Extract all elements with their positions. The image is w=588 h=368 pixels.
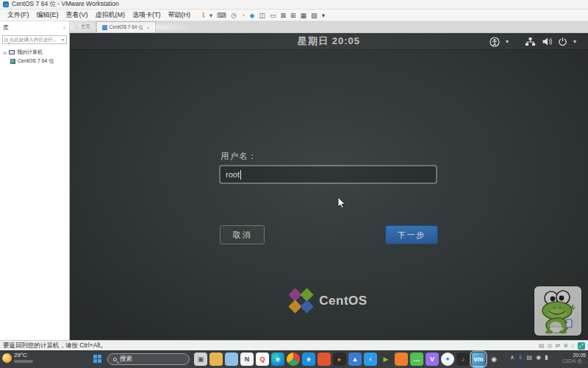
suspend-button-icon[interactable]: ‖: [202, 11, 205, 20]
search-icon: [113, 358, 117, 361]
username-input[interactable]: root: [219, 165, 437, 184]
vm-console-screen[interactable]: 星期日 20:05 ▾: [70, 33, 588, 340]
tree-item-label: 我的计算机: [17, 49, 43, 56]
snapshot-manager-icon[interactable]: ◆: [250, 11, 255, 20]
taskbar-app-browser-blue[interactable]: e: [302, 353, 315, 366]
taskbar-app-recorder[interactable]: ◉: [487, 353, 501, 366]
taskbar-app-qq[interactable]: Q: [256, 353, 269, 366]
vmware-status-bar: 要返回到您的计算机，请按 Ctrl+Alt。 ▤◎⇄⊕♪ ⤢: [0, 340, 588, 350]
weather-widget[interactable]: 29°C: [2, 353, 33, 363]
centos-logo-text: CentOS: [319, 294, 367, 308]
taskbar-app-media-player[interactable]: ▶: [379, 353, 392, 366]
library-panel: 在此处键入内容进行... ▼ ⊟ 我的计算机 CentOS 7 64 位: [0, 33, 70, 340]
capture-screen-icon[interactable]: ▧: [311, 11, 318, 20]
mouse-cursor: [337, 197, 346, 208]
accessibility-icon[interactable]: [490, 37, 500, 47]
vmware-app-icon: ◇: [3, 1, 9, 7]
library-search-placeholder: 在此处键入内容进行...: [10, 37, 60, 43]
menu-view[interactable]: 查看(V): [62, 10, 92, 19]
tray-expand-icon[interactable]: ∧: [510, 354, 514, 361]
take-snapshot-icon[interactable]: ◷: [231, 11, 237, 20]
library-search-box[interactable]: 在此处键入内容进行... ▼: [2, 35, 67, 44]
username-value: root: [226, 170, 240, 179]
taskbar-app-image-viewer[interactable]: ▲: [348, 353, 362, 366]
library-title: 库: [3, 24, 9, 32]
csdn-watermark: CSDN @...: [562, 358, 586, 364]
taskbar-apps: ▣NQe●e▸▲‹▶…V✦♪vm◉: [194, 353, 501, 366]
unity-mode-icon[interactable]: ⊞: [290, 11, 296, 20]
frog-mascot-image: [534, 286, 581, 336]
vm-tab-icon: [102, 25, 107, 30]
suspend-menu-caret-icon[interactable]: ▾: [209, 11, 213, 20]
cd-dvd-icon[interactable]: ◎: [548, 342, 553, 349]
tab-vm-label: CentOS 7 64 位: [110, 24, 143, 31]
taskbar-app-green-chat[interactable]: …: [410, 353, 423, 366]
tray-battery-icon[interactable]: ▮: [545, 354, 548, 361]
library-close-icon[interactable]: ×: [62, 24, 66, 31]
hard-disk-icon[interactable]: ▤: [539, 342, 545, 349]
weather-subtext: [14, 360, 33, 363]
taskbar-app-orange-square[interactable]: [318, 353, 331, 366]
fullscreen-badge-icon[interactable]: ⤢: [578, 342, 585, 350]
usb-device-icon[interactable]: ⊕: [563, 342, 568, 349]
fullscreen-icon[interactable]: ⊠: [281, 11, 287, 20]
window-title: CentOS 7 64 位 - VMware Workstation: [12, 0, 119, 9]
start-button[interactable]: [93, 355, 102, 364]
taskbar-app-terminal[interactable]: ▸: [333, 353, 346, 366]
text-cursor: [240, 170, 242, 180]
show-console-icon[interactable]: ▦: [301, 11, 307, 20]
centos-pinwheel-icon: [290, 290, 312, 312]
power-icon[interactable]: [558, 37, 567, 46]
accessibility-caret-icon[interactable]: ▾: [506, 38, 509, 45]
menu-tab[interactable]: 选项卡(T): [129, 10, 165, 19]
computer-icon: [9, 50, 15, 54]
tab-home[interactable]: ⌂ 主页: [70, 21, 96, 32]
taskbar-app-notepad[interactable]: N: [240, 353, 254, 366]
menu-file[interactable]: 文件(F): [4, 10, 33, 19]
status-message: 要返回到您的计算机，请按 Ctrl+Alt。: [3, 342, 107, 350]
network-icon[interactable]: [525, 37, 536, 46]
taskbar-clock[interactable]: 20:05 CSDN @...: [562, 352, 586, 364]
taskbar-app-vmware-workstation[interactable]: vm: [472, 353, 485, 366]
tab-strip: ⌂ 主页 CentOS 7 64 位 ×: [0, 21, 588, 33]
menu-bar: 文件(F)编辑(E)查看(V)虚拟机(M)选项卡(T)帮助(H) ‖▾⌨◷◔◆◫…: [0, 10, 588, 21]
taskbar-search[interactable]: 搜索: [107, 353, 190, 365]
search-caret-icon: ▼: [61, 38, 65, 42]
taskbar-app-flame[interactable]: [395, 353, 408, 366]
tray-download-icon[interactable]: ⇓: [518, 354, 523, 361]
taskbar-app-edge[interactable]: e: [271, 353, 284, 366]
taskbar-app-v-purple[interactable]: V: [426, 353, 439, 366]
sound-device-icon[interactable]: ♪: [571, 342, 574, 349]
cancel-button[interactable]: 取消: [220, 225, 265, 244]
network-adapter-icon[interactable]: ⇄: [556, 342, 561, 349]
next-button[interactable]: 下一步: [385, 225, 438, 244]
taskbar-app-vscode[interactable]: ‹: [364, 353, 377, 366]
taskbar-app-chrome[interactable]: ●: [287, 353, 300, 366]
taskbar-app-desktop[interactable]: ▣: [194, 353, 207, 366]
tab-vm-centos[interactable]: CentOS 7 64 位 ×: [96, 21, 156, 32]
tree-item-label: CentOS 7 64 位: [18, 57, 54, 65]
taskbar-app-circle-star[interactable]: ✦: [441, 353, 454, 366]
tab-close-icon[interactable]: ×: [147, 25, 150, 30]
menu-help[interactable]: 帮助(H): [165, 10, 195, 19]
taskbar-app-explorer[interactable]: [209, 353, 223, 366]
taskbar-app-music[interactable]: ♪: [456, 353, 470, 366]
tree-expander-icon[interactable]: ⊟: [3, 50, 7, 55]
menu-vm[interactable]: 虚拟机(M): [92, 10, 129, 19]
show-library-icon[interactable]: ◫: [259, 11, 265, 20]
ctrl-alt-del-icon[interactable]: ⌨: [217, 11, 226, 20]
taskbar-app-folder-blue[interactable]: [225, 353, 238, 366]
toolbar-more-caret-icon[interactable]: ▾: [322, 11, 326, 20]
menu-edit[interactable]: 编辑(E): [33, 10, 62, 19]
tree-item-my-computer[interactable]: ⊟ 我的计算机: [0, 48, 69, 57]
console-view-icon[interactable]: ▭: [270, 11, 276, 20]
tray-display-icon[interactable]: ▤: [527, 354, 533, 361]
power-caret-icon[interactable]: ▾: [573, 38, 576, 45]
tree-item-centos-vm[interactable]: CentOS 7 64 位: [0, 57, 69, 66]
window-titlebar: ◇ CentOS 7 64 位 - VMware Workstation: [0, 0, 588, 10]
tray-network-icon[interactable]: ◉: [536, 354, 541, 361]
search-icon: [4, 38, 8, 42]
volume-icon[interactable]: [542, 37, 552, 46]
revert-snapshot-icon[interactable]: ◔: [241, 11, 245, 20]
frog-icon: [537, 289, 579, 334]
